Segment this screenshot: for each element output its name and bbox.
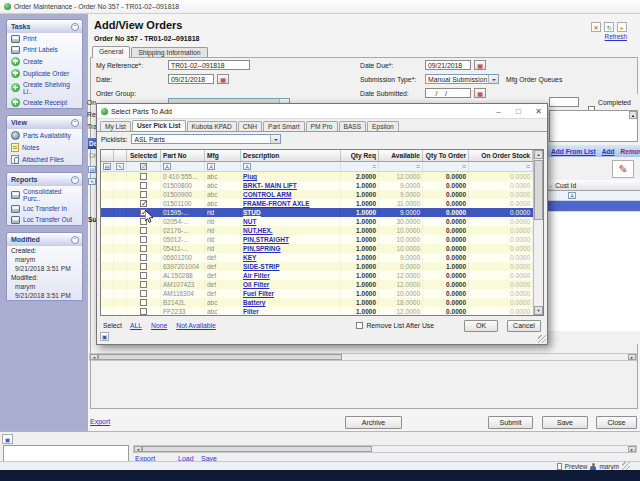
date-due-field[interactable]: 09/21/2018	[425, 60, 471, 70]
calendar-icon[interactable]: ▦	[474, 88, 486, 98]
cell-description-link[interactable]: KEY	[241, 253, 341, 262]
cell-description-link[interactable]: Oil Filter	[241, 280, 341, 289]
sidebar-item[interactable]: Create Receipt	[7, 96, 82, 108]
row-select-checkbox[interactable]	[127, 190, 161, 199]
cell-description-link[interactable]: PIN,STRAIGHT	[241, 235, 341, 244]
chevron-up-icon[interactable]: ˆ	[71, 119, 79, 127]
scroll-down-icon[interactable]: ▼	[534, 306, 543, 315]
table-row[interactable]: 01500800 abc BRKT- MAIN LIFT 1.0000 9.00…	[101, 181, 533, 190]
table-row[interactable]: 02054-... rld NUT 1.0000 30.0000 0.0000 …	[101, 217, 533, 226]
filter-edit-icon[interactable]: ✎	[116, 163, 124, 170]
row-select-checkbox[interactable]	[127, 172, 161, 181]
col-mfg[interactable]: Mfg	[205, 150, 241, 161]
date-submitted-field[interactable]: __/__/____	[425, 88, 471, 98]
maximize-icon[interactable]: □	[510, 105, 527, 118]
sidebar-item[interactable]: Notes	[7, 141, 82, 153]
scroll-up-icon[interactable]: ▲	[534, 150, 543, 159]
chevron-up-icon[interactable]: ˆ	[71, 176, 79, 184]
row-select-checkbox[interactable]	[127, 262, 161, 271]
col-qty-to-order[interactable]: Qty To Order	[423, 150, 469, 161]
dialog-tab[interactable]: PM Pro	[306, 121, 338, 131]
cell-description-link[interactable]: STUD	[241, 208, 341, 217]
tab[interactable]: General	[92, 46, 130, 58]
filter-equals[interactable]: =	[462, 163, 466, 170]
filter-equals[interactable]: =	[526, 163, 530, 170]
select-filter-link[interactable]: None	[151, 322, 167, 329]
dialog-titlebar[interactable]: Select Parts To Add – □ ✕	[97, 104, 547, 119]
cell-description-link[interactable]: FRAME-FRONT AXLE	[241, 199, 341, 208]
col-description[interactable]: Description	[241, 150, 341, 161]
table-row[interactable]: 6397201004 def SIDE-STRIP 1.0000 0.0000 …	[101, 262, 533, 271]
dialog-tab[interactable]: Kubota KPAD	[187, 121, 237, 131]
cell-description-link[interactable]: Filter	[241, 307, 341, 316]
cust-id-column-header[interactable]: - Cust Id	[548, 180, 640, 191]
chevron-up-icon[interactable]: ˆ	[71, 236, 79, 244]
selected-detail-row-fragment[interactable]	[548, 201, 640, 211]
table-row[interactable]: 01595-... rld STUD 1.0000 9.0000 0.0000 …	[101, 208, 533, 217]
sidebar-item[interactable]: Duplicate Order	[7, 67, 82, 79]
row-select-checkbox[interactable]	[127, 208, 161, 217]
edit-icon[interactable]: ✎	[88, 178, 96, 185]
preview-label[interactable]: Preview	[565, 463, 588, 470]
dialog-tab[interactable]: Epsilon	[367, 121, 399, 131]
grid-vertical-scrollbar[interactable]: ▲ ▼	[533, 150, 543, 315]
table-row[interactable]: 06601200 def KEY 1.0000 9.0000 0.0000 0.…	[101, 253, 533, 262]
col-available[interactable]: Available	[379, 150, 423, 161]
table-row[interactable]: AM107423 def Oil Filter 1.0000 12.0000 0…	[101, 280, 533, 289]
cell-description-link[interactable]: PIN,SPRING	[241, 244, 341, 253]
bottom-horizontal-scrollbar[interactable]: ◄ ►	[133, 445, 637, 453]
refresh-icon[interactable]: ↻	[604, 22, 614, 32]
cell-description-link[interactable]: NUT,HEX.	[241, 226, 341, 235]
sidebar-item[interactable]: Loc Transfer Out	[7, 214, 82, 225]
row-select-checkbox[interactable]	[127, 235, 161, 244]
save-button[interactable]: Save	[542, 416, 588, 429]
scroll-right-icon[interactable]: ►	[628, 354, 636, 360]
document-delete-icon[interactable]: ✕	[591, 22, 601, 32]
sidebar-item[interactable]: Attached Files	[7, 153, 82, 165]
submit-button[interactable]: Submit	[488, 416, 533, 429]
sidebar-item[interactable]: Print Labels	[7, 44, 82, 55]
calendar-icon[interactable]: ▦	[474, 60, 486, 70]
archive-button[interactable]: Archive	[345, 416, 402, 429]
cancel-button[interactable]: Cancel	[507, 320, 541, 332]
col-on-order-stock[interactable]: On Order Stock	[469, 150, 533, 161]
main-horizontal-scrollbar[interactable]: ◄ ►	[89, 353, 637, 361]
dialog-tab[interactable]: BASS	[339, 121, 367, 131]
refresh-link[interactable]: Refresh	[591, 33, 627, 40]
row-select-checkbox[interactable]	[127, 289, 161, 298]
picklist-select[interactable]: ASL Parts	[131, 134, 281, 144]
dialog-tab[interactable]: CNH	[238, 121, 262, 131]
my-reference-field[interactable]: TR01-02--091818	[168, 60, 250, 70]
cell-description-link[interactable]: BRKT- MAIN LIFT	[241, 181, 341, 190]
col-qty-req[interactable]: Qty Req	[341, 150, 379, 161]
dialog-tab[interactable]: Part Smart	[263, 121, 305, 131]
resize-grip[interactable]	[538, 335, 546, 343]
row-select-checkbox[interactable]	[127, 271, 161, 280]
table-row[interactable]: B2142L abc Battery 1.0000 18.0000 0.0000…	[101, 298, 533, 307]
row-select-checkbox[interactable]	[127, 298, 161, 307]
filter-equals[interactable]: =	[416, 163, 420, 170]
cell-description-link[interactable]: Battery	[241, 298, 341, 307]
cell-description-link[interactable]: SIDE-STRIP	[241, 262, 341, 271]
sidebar-item[interactable]: Loc Transfer In	[7, 203, 82, 214]
dialog-tab[interactable]: My List	[100, 121, 131, 131]
close-icon[interactable]: ✕	[530, 105, 547, 118]
row-select-checkbox[interactable]	[127, 244, 161, 253]
remove-link[interactable]: Remove	[621, 148, 640, 155]
window-titlebar[interactable]: Order Maintenance - Order No 357 - TR01-…	[0, 0, 640, 14]
edit-pencil-button[interactable]: ✎	[612, 160, 634, 178]
window-restore-icon[interactable]: ▣	[2, 434, 13, 444]
sidebar-item[interactable]: Parts Availability	[7, 129, 82, 141]
table-row[interactable]: 05012-... rld PIN,STRAIGHT 1.0000 10.000…	[101, 235, 533, 244]
select-filter-link[interactable]: ALL	[130, 322, 142, 329]
resize-grip[interactable]	[622, 462, 630, 470]
add-link[interactable]: Add	[602, 148, 615, 155]
add-from-list-link[interactable]: Add From List	[551, 148, 596, 155]
cell-description-link[interactable]: Plug	[241, 172, 341, 181]
scroll-up-icon[interactable]: ▲	[629, 111, 637, 119]
scroll-left-icon[interactable]: ◄	[90, 354, 98, 360]
table-row[interactable]: AM116304 def Fuel Filter 1.0000 10.0000 …	[101, 289, 533, 298]
minimize-icon[interactable]: –	[490, 105, 507, 118]
col-selected[interactable]: Selected	[127, 150, 161, 161]
row-select-checkbox[interactable]	[127, 307, 161, 316]
